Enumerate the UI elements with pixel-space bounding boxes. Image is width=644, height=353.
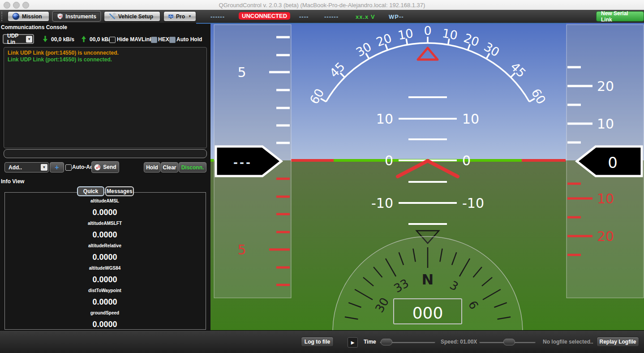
battery-voltage: xx.x V: [356, 13, 375, 20]
info-field-name: altitudeWGS84: [89, 266, 121, 271]
info-field-name: altitudeAMSL: [90, 198, 119, 204]
chevron-down-icon: ▼: [188, 14, 192, 18]
info-field-name: groundSpeed: [90, 310, 119, 316]
title-bar: QGroundControl v. 2.0.3 (beta) (MacBook-…: [0, 0, 644, 10]
heading-value: 000: [412, 304, 443, 322]
tools-icon: [108, 13, 116, 20]
link-select-dropdown[interactable]: UDP Lin ▼: [3, 34, 34, 44]
log-line-unconnected: Link UDP Link (port:14550) is unconnecte…: [8, 50, 206, 56]
transmit-icon: [94, 164, 101, 171]
info-field-list: altitudeAMSL 0.0000 altitudeAMSLFT 0.000…: [5, 194, 205, 329]
status-mode-dashes: ----: [299, 13, 309, 20]
new-serial-link-button[interactable]: New Serial Link: [596, 11, 644, 22]
log-line-connected: Link UDP Link (port:14550) is connected.: [8, 56, 206, 63]
window-title: QGroundControl v. 2.0.3 (beta) (MacBook-…: [0, 2, 644, 9]
speed-tape-upper-label: 5: [237, 65, 246, 80]
primary-flight-display: 60 45 30 20 10 0 10 20 30 45 60: [210, 23, 644, 330]
chevron-down-icon: ▼: [26, 36, 32, 43]
speed-tape-lower-label: 5: [237, 242, 246, 258]
play-icon: ▶: [351, 340, 355, 345]
mission-button[interactable]: Mission: [8, 11, 49, 22]
speed-slider-handle[interactable]: [503, 339, 515, 345]
download-arrow-icon: [43, 36, 47, 42]
download-rate: 00,0 kB/s: [51, 36, 74, 43]
info-field-value: 0.0000: [92, 297, 117, 307]
time-slider-handle[interactable]: [381, 339, 392, 345]
monitor-waveform-icon: [168, 13, 174, 20]
speed-label: Speed: 01.00X: [441, 339, 477, 345]
info-field-value: 0.0000: [92, 230, 117, 240]
replay-bar: Log to file ▶ Time Speed: 01.00X No logf…: [0, 330, 644, 353]
compass-north-label: N: [422, 271, 434, 288]
add-link-dropdown[interactable]: Add.. ▼: [4, 162, 49, 172]
log-to-file-button[interactable]: Log to file: [301, 337, 334, 347]
vehicle-setup-button-label: Vehicle Setup: [118, 13, 153, 20]
play-button[interactable]: ▶: [348, 337, 358, 348]
clear-button[interactable]: Clear: [161, 162, 178, 172]
link-select-value: UDP Lin: [7, 33, 26, 45]
instruments-button-label: Instruments: [65, 13, 96, 20]
info-field-value: 0.0000: [92, 320, 117, 329]
altitude-tape-label: 10: [597, 116, 614, 132]
waypoint-status: WP--: [389, 13, 404, 20]
qgroundcontrol-window: QGroundControl v. 2.0.3 (beta) (MacBook-…: [0, 0, 644, 353]
send-button-label: Send: [103, 164, 116, 170]
comm-console-title: Communications Console: [1, 24, 67, 30]
mission-button-label: Mission: [22, 13, 42, 20]
globe-icon: [12, 13, 20, 20]
time-label: Time: [364, 339, 376, 345]
info-field-name: altitudeAMSLFT: [88, 221, 122, 226]
upload-arrow-icon: [82, 36, 86, 42]
console-log-area[interactable]: Link UDP Link (port:14550) is unconnecte…: [4, 47, 207, 148]
command-input[interactable]: [4, 149, 207, 158]
status-gcs-dashes: ------: [210, 13, 225, 20]
auto-hold-label: Auto Hold: [176, 36, 202, 43]
hold-button[interactable]: Hold: [144, 162, 160, 172]
vehicle-setup-button[interactable]: Vehicle Setup: [104, 11, 160, 22]
hide-mavlink-checkbox[interactable]: [109, 37, 116, 43]
altitude-tape-label: 10: [597, 191, 614, 207]
roll-label: 10: [397, 26, 414, 42]
pitch-label: -10: [462, 195, 484, 211]
add-link-value: Add..: [9, 164, 22, 171]
instruments-button[interactable]: Instruments: [52, 11, 101, 22]
dock-highlight-bar: [196, 23, 566, 24]
send-button[interactable]: Send: [91, 161, 119, 173]
hex-label: HEX: [158, 36, 169, 43]
pitch-label: -10: [371, 195, 393, 211]
pitch-label: 10: [376, 111, 393, 127]
info-field-name: distToWaypoint: [88, 288, 121, 293]
pitch-label: 0: [385, 153, 393, 168]
info-field-value: 0.0000: [92, 253, 117, 262]
info-view-title: Info View: [1, 178, 24, 185]
altitude-tape-label: 20: [597, 228, 614, 244]
info-field-name: altitudeRelative: [88, 243, 121, 249]
pitch-label: 0: [462, 153, 471, 168]
toolbar-drag-handle[interactable]: [1, 12, 4, 21]
altitude-indicator-value: 0: [608, 154, 618, 172]
info-field-value: 0.0000: [92, 208, 117, 217]
add-link-plus-button[interactable]: +: [50, 162, 64, 172]
roll-label: 0: [424, 24, 431, 38]
info-field-value: 0.0000: [92, 275, 117, 284]
auto-add-checkbox[interactable]: [65, 164, 72, 171]
disconnect-button[interactable]: Disconn.: [179, 162, 206, 172]
hex-checkbox[interactable]: [151, 37, 157, 43]
left-panel: Communications Console UDP Lin ▼ 00,0 kB…: [0, 23, 210, 330]
pro-button-label: Pro: [176, 13, 185, 20]
replay-logfile-button[interactable]: Replay Logfile: [597, 337, 639, 347]
hide-mavlink-label: Hide MAVLink: [117, 36, 153, 43]
main-toolbar: Mission Instruments Vehicle Setup: [0, 10, 644, 23]
speed-indicator-value: ---: [233, 156, 252, 169]
logfile-status: No logfile selected..: [543, 339, 593, 345]
roll-label: 10: [441, 26, 459, 42]
pitch-label: 10: [462, 111, 479, 127]
status-state-dashes: ------: [324, 13, 339, 20]
connection-status-badge: UNCONNECTED: [239, 12, 290, 20]
auto-add-label: Auto-Ad: [72, 164, 93, 170]
shield-icon: [57, 13, 63, 20]
chevron-down-icon: ▼: [41, 164, 47, 171]
altitude-tape-label: 20: [597, 78, 614, 94]
pro-button[interactable]: Pro ▼: [163, 11, 196, 22]
auto-hold-checkbox[interactable]: [169, 37, 176, 43]
